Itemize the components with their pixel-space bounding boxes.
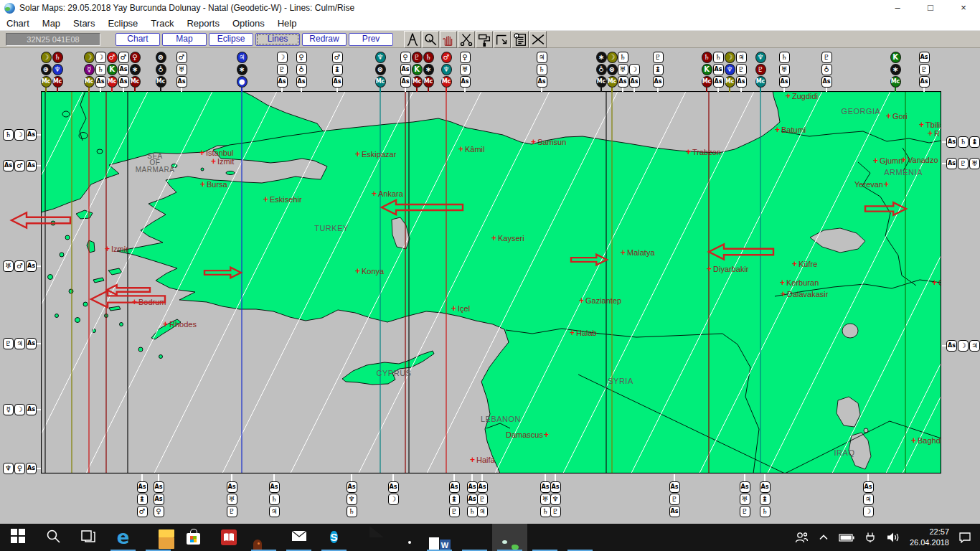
line-leader xyxy=(600,88,602,92)
glyph-♄: ♄ xyxy=(467,506,478,517)
glyph-♇: ♇ xyxy=(3,338,14,349)
glyph-column-top: ♀∗Mc xyxy=(130,52,141,88)
taskbar-app-word[interactable]: W xyxy=(422,524,457,551)
menu-item-reports[interactable]: Reports xyxy=(180,18,226,29)
city-marker: + xyxy=(928,128,933,138)
info-icon[interactable] xyxy=(512,31,529,48)
menu-item-options[interactable]: Options xyxy=(226,18,271,29)
taskbar-app-task-view[interactable] xyxy=(70,524,105,551)
glyph-K: K xyxy=(412,64,423,75)
battery-icon[interactable] xyxy=(839,532,854,542)
glyph-As: As xyxy=(669,481,680,493)
menu-item-help[interactable]: Help xyxy=(271,18,303,29)
roller-icon[interactable] xyxy=(476,31,493,48)
menu-item-stars[interactable]: Stars xyxy=(67,18,101,29)
offset-icon[interactable] xyxy=(494,31,511,48)
glyph-column-bottom: As↨♂ xyxy=(137,481,148,517)
plug-icon[interactable] xyxy=(864,532,877,543)
glyph-♅: ♅ xyxy=(740,494,750,505)
taskbar-app-mail[interactable] xyxy=(281,524,316,551)
maximize-button[interactable]: □ xyxy=(914,0,947,16)
glyph-♅: ♅ xyxy=(540,494,551,505)
toolbar-button-chart[interactable]: Chart xyxy=(116,33,160,46)
action-center-icon[interactable] xyxy=(958,532,971,543)
line-leader xyxy=(231,474,232,481)
menu-item-map[interactable]: Map xyxy=(36,18,67,29)
menu-item-chart[interactable]: Chart xyxy=(0,18,36,29)
glyph-column-top: ☽♇As xyxy=(277,52,288,88)
line-leader xyxy=(111,88,113,92)
city-label: Gori xyxy=(892,112,908,121)
taskbar-clock[interactable]: 22:5726.04.2018 xyxy=(910,527,949,548)
people-icon[interactable] xyxy=(794,531,809,544)
taskbar-app-paint3d[interactable] xyxy=(562,524,598,551)
glyph-row-left: ♆♀As xyxy=(3,463,37,474)
glyph-↨: ↨ xyxy=(969,136,980,148)
taskbar-app-explorer[interactable] xyxy=(141,524,176,551)
volume-icon[interactable] xyxy=(886,532,900,543)
glyph-column-bottom: As♅♇ xyxy=(227,481,237,517)
line-leader xyxy=(622,88,623,92)
toolbar-button-lines[interactable]: Lines xyxy=(255,33,300,46)
map[interactable]: +Istanbul+Izmit+Bursa+Eskisehir+Izmir+Bo… xyxy=(41,91,941,474)
glyph-∗: ∗ xyxy=(423,64,434,75)
zoom-icon[interactable] xyxy=(422,31,439,48)
glyph-As: As xyxy=(760,481,771,493)
glyph-♃: ♃ xyxy=(736,52,747,63)
title-bar: Solar Maps: 29.05.2018 Yay Burcunda Dolu… xyxy=(0,0,980,16)
taskbar-app-start[interactable] xyxy=(0,524,35,551)
glyph-☿: ☿ xyxy=(84,64,95,75)
glyph-♅: ♅ xyxy=(969,158,980,169)
taskbar-app-skype[interactable]: S xyxy=(316,524,352,551)
taskbar-app-reader[interactable] xyxy=(211,524,246,551)
taskbar-app-search[interactable] xyxy=(35,524,70,551)
glyph-column-bottom: As♇♃ xyxy=(477,481,488,517)
glyph-As: As xyxy=(269,481,280,493)
taskbar-app-pattern[interactable] xyxy=(527,524,562,551)
taskbar-app-firefox[interactable] xyxy=(457,524,492,551)
taskbar-app-people[interactable] xyxy=(246,524,281,551)
glyph-column-top: As♇As xyxy=(919,52,930,88)
taskbar-app-photos[interactable] xyxy=(352,524,387,551)
clip-icon[interactable] xyxy=(458,31,475,48)
glyph-column-top: ♀♅As xyxy=(460,52,471,88)
glyph-column-top: ♄♆Mc xyxy=(52,52,63,88)
toolbar-button-map[interactable]: Map xyxy=(162,33,207,46)
glyph-♅: ♅ xyxy=(618,64,628,75)
taskbar-app-solar-maps[interactable] xyxy=(492,524,527,551)
close-button[interactable]: × xyxy=(947,0,980,16)
menu-item-track[interactable]: Track xyxy=(144,18,180,29)
line-leader xyxy=(37,343,41,344)
glyph-♀: ♀ xyxy=(400,52,411,63)
toolbar-button-redraw[interactable]: Redraw xyxy=(302,33,347,46)
minimize-button[interactable]: – xyxy=(881,0,914,16)
toolbar-button-eclipse[interactable]: Eclipse xyxy=(209,33,253,46)
taskbar-app-store[interactable] xyxy=(176,524,211,551)
city-marker: + xyxy=(792,259,797,269)
chevron-up-icon[interactable] xyxy=(818,532,829,542)
glyph-As: As xyxy=(227,481,237,493)
glyph-As: As xyxy=(537,76,547,88)
line-leader xyxy=(57,88,58,92)
taskbar-app-chrome[interactable] xyxy=(387,524,422,551)
line-leader xyxy=(453,474,455,481)
glyph-♇: ♇ xyxy=(412,52,423,63)
glyph-♅: ♅ xyxy=(460,64,471,75)
measure-icon[interactable] xyxy=(404,31,421,48)
glyph-♆: ♆ xyxy=(3,463,14,474)
cross-icon[interactable] xyxy=(529,31,547,48)
glyph-column-bottom: As♆♇ xyxy=(550,481,561,517)
taskbar-app-edge[interactable]: e xyxy=(105,524,141,551)
glyph-As: As xyxy=(919,76,930,88)
glyph-As: As xyxy=(26,404,37,415)
city-label: Dalavakasir xyxy=(787,290,829,298)
glyph-column-top: ♄KMc xyxy=(702,52,712,88)
pan-icon[interactable] xyxy=(440,31,457,48)
toolbar-button-prev[interactable]: Prev xyxy=(349,33,393,46)
glyph-♃: ♃ xyxy=(14,338,25,349)
glyph-As: As xyxy=(540,481,551,493)
line-leader xyxy=(674,474,675,481)
glyph-♄: ♄ xyxy=(423,52,434,63)
menu-item-eclipse[interactable]: Eclipse xyxy=(101,18,144,29)
glyph-column-top: ♂↨As xyxy=(332,52,343,88)
